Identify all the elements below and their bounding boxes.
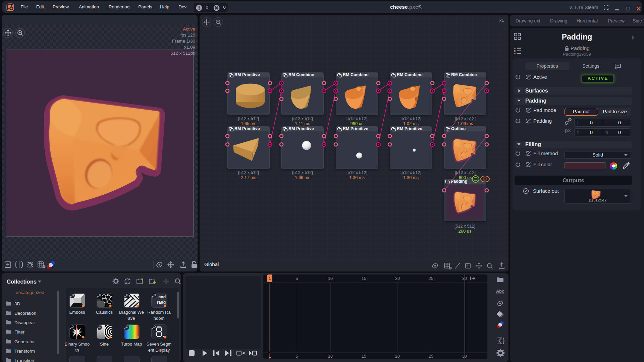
svg-text:25: 25 bbox=[429, 276, 433, 281]
svg-text:5: 5 bbox=[296, 276, 298, 281]
svg-text:1: 1 bbox=[269, 276, 271, 281]
svg-text:15: 15 bbox=[362, 354, 366, 359]
svg-text:20: 20 bbox=[395, 354, 400, 359]
svg-text:Abc: Abc bbox=[496, 289, 504, 294]
svg-text:1: 1 bbox=[269, 354, 271, 359]
svg-text:25: 25 bbox=[429, 354, 433, 359]
svg-text:20: 20 bbox=[395, 276, 400, 281]
svg-text:10: 10 bbox=[328, 276, 333, 281]
svg-text:30: 30 bbox=[462, 276, 467, 281]
svg-text:30: 30 bbox=[462, 354, 467, 359]
svg-text:15: 15 bbox=[362, 276, 366, 281]
svg-text:10: 10 bbox=[328, 354, 333, 359]
svg-text:5: 5 bbox=[296, 354, 298, 359]
